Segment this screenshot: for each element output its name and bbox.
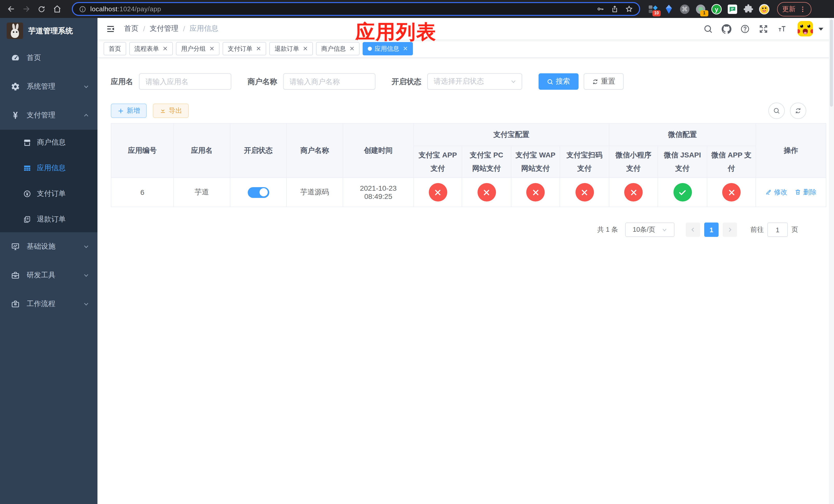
- scrollbar-thumb[interactable]: [830, 20, 833, 107]
- tag-2[interactable]: 用户分组✕: [176, 42, 220, 55]
- page-size-select[interactable]: 10条/页: [625, 223, 675, 237]
- search-button[interactable]: 搜索: [538, 73, 578, 90]
- reset-button[interactable]: 重置: [584, 73, 623, 90]
- url-text: localhost:1024/pay/app: [90, 5, 161, 13]
- field-input-1[interactable]: [283, 73, 375, 90]
- edit-link[interactable]: 修改: [765, 188, 787, 197]
- export-button[interactable]: 导出: [153, 104, 189, 118]
- sidebar-subitem-1[interactable]: 应用信息: [0, 155, 97, 181]
- site-info-icon[interactable]: [79, 5, 86, 13]
- delete-link[interactable]: 删除: [794, 188, 816, 197]
- avatar-caret-icon: [816, 24, 826, 33]
- column-header-actions: 操作: [756, 123, 826, 178]
- share-icon[interactable]: [611, 5, 619, 13]
- tag-close-icon[interactable]: ✕: [303, 46, 308, 52]
- cell-app-name: 芋道: [174, 178, 230, 207]
- extension-blocks-icon[interactable]: 10: [647, 3, 659, 15]
- sidebar-menu: 首页系统管理支付管理商户信息应用信息支付订单退款订单基础设施研发工具工作流程: [0, 44, 97, 504]
- font-size-icon[interactable]: [777, 24, 787, 33]
- password-key-icon[interactable]: [596, 5, 604, 13]
- enabled-badge: [673, 183, 692, 202]
- x-icon: [482, 188, 491, 197]
- chevron-right-icon: [727, 227, 733, 233]
- breadcrumb-item[interactable]: 支付管理: [150, 24, 178, 33]
- sidebar-item-4[interactable]: 研发工具: [0, 261, 97, 290]
- browser-menu-kebab-icon[interactable]: [799, 5, 806, 13]
- navbar-actions: [703, 21, 826, 37]
- extension-pin-icon[interactable]: [663, 3, 675, 15]
- update-label: 更新: [782, 4, 795, 14]
- tag-5[interactable]: 商户信息✕: [316, 42, 360, 55]
- header-search-icon[interactable]: [703, 24, 713, 33]
- profile-avatar-emoji[interactable]: [759, 3, 770, 15]
- sidebar-subitem-0[interactable]: 商户信息: [0, 130, 97, 155]
- extension-record-icon[interactable]: 1: [695, 3, 706, 15]
- extension-y-icon[interactable]: y: [711, 3, 722, 15]
- goto-page-input[interactable]: [767, 223, 788, 237]
- tag-4[interactable]: 退款订单✕: [269, 42, 313, 55]
- page-scrollbar[interactable]: [829, 18, 834, 504]
- sidebar-item-1[interactable]: 系统管理: [0, 72, 97, 101]
- status-toggle[interactable]: [247, 187, 269, 198]
- next-page-button[interactable]: [723, 223, 737, 237]
- tags-view: 首页流程表单✕用户分组✕支付订单✕退款订单✕商户信息✕应用信息✕: [97, 40, 834, 58]
- sidebar-collapse-icon[interactable]: [106, 24, 115, 33]
- forward-icon[interactable]: [20, 2, 33, 16]
- select-placeholder: 请选择开启状态: [434, 77, 484, 86]
- github-icon[interactable]: [722, 24, 731, 33]
- extension-command-icon[interactable]: ⌘: [679, 3, 690, 15]
- refresh-icon: [592, 78, 598, 85]
- extension-chat-icon[interactable]: [727, 3, 738, 15]
- browser-update-chip[interactable]: 更新: [777, 2, 811, 16]
- sidebar-item-0[interactable]: 首页: [0, 44, 97, 72]
- tag-close-icon[interactable]: ✕: [350, 46, 355, 52]
- column-header: 创建时间: [343, 123, 414, 178]
- chevron-down-icon: [83, 272, 89, 278]
- tag-0[interactable]: 首页: [104, 42, 126, 55]
- dashboard-icon: [10, 53, 21, 63]
- status-select[interactable]: 请选择开启状态: [427, 73, 522, 90]
- back-icon[interactable]: [4, 2, 18, 16]
- sidebar-item-2[interactable]: 支付管理: [0, 101, 97, 130]
- sidebar-subitem-label: 退款订单: [37, 215, 66, 224]
- cell-app-id: 6: [111, 178, 174, 207]
- cell-pay-status-3: [560, 178, 609, 207]
- help-icon[interactable]: [740, 24, 750, 33]
- column-subheader: 支付宝 WAP 网站支付: [511, 146, 560, 178]
- pen-icon: [765, 189, 772, 196]
- chevron-up-icon: [83, 112, 89, 118]
- extensions-puzzle-icon[interactable]: [743, 3, 754, 15]
- column-subheader: 微信 APP 支付: [707, 146, 756, 178]
- refresh-button[interactable]: [790, 102, 806, 119]
- bookmark-star-icon[interactable]: [625, 5, 633, 13]
- sidebar-subitem-label: 应用信息: [37, 164, 66, 173]
- fullscreen-icon[interactable]: [759, 24, 768, 33]
- breadcrumb-item[interactable]: 首页: [124, 24, 138, 33]
- tag-close-icon[interactable]: ✕: [162, 46, 168, 52]
- sidebar-subitem-3[interactable]: 退款订单: [0, 207, 97, 232]
- sidebar-item-3[interactable]: 基础设施: [0, 232, 97, 261]
- tag-close-icon[interactable]: ✕: [209, 46, 214, 52]
- reload-icon[interactable]: [35, 2, 48, 16]
- tag-label: 退款订单: [275, 44, 299, 53]
- url-bar[interactable]: localhost:1024/pay/app: [72, 2, 640, 16]
- field-input-0[interactable]: [139, 73, 231, 90]
- toggle-search-button[interactable]: [768, 102, 785, 119]
- tag-3[interactable]: 支付订单✕: [223, 42, 266, 55]
- cell-pay-status-5: [658, 178, 707, 207]
- column-group-header: 支付宝配置: [414, 123, 609, 146]
- tag-1[interactable]: 流程表单✕: [129, 42, 173, 55]
- tag-close-icon[interactable]: ✕: [256, 46, 261, 52]
- breadcrumb-separator: /: [183, 25, 185, 33]
- extension-badge: 10: [653, 10, 661, 16]
- user-avatar[interactable]: [797, 21, 826, 37]
- sidebar-item-5[interactable]: 工作流程: [0, 290, 97, 318]
- page-number-button[interactable]: 1: [704, 223, 719, 237]
- prev-page-button[interactable]: [686, 223, 700, 237]
- goto-prefix: 前往: [750, 225, 764, 234]
- tag-label: 支付订单: [228, 44, 253, 53]
- sidebar-subitem-2[interactable]: 支付订单: [0, 181, 97, 207]
- tag-close-icon[interactable]: ✕: [403, 46, 408, 52]
- home-icon[interactable]: [50, 2, 64, 16]
- add-button[interactable]: 新增: [111, 104, 147, 118]
